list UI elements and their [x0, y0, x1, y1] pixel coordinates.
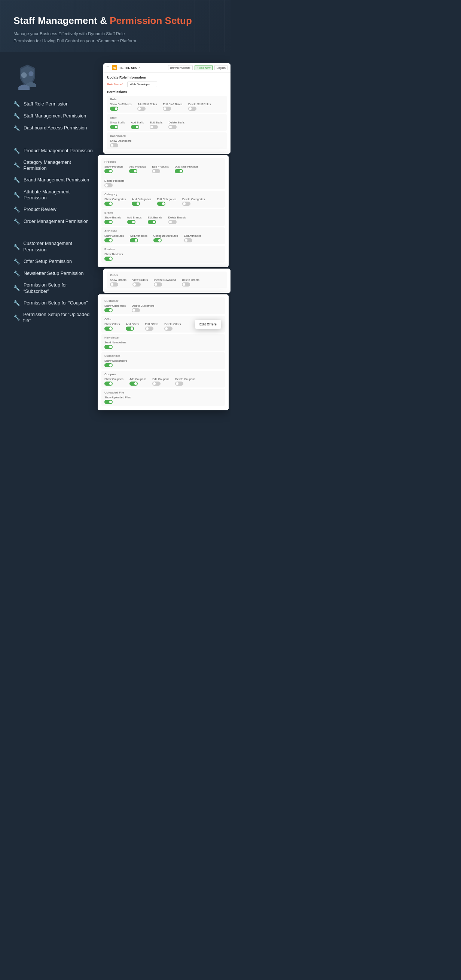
- toggle-add-attributes-switch[interactable]: [130, 238, 138, 242]
- wrench-icon: 🔧: [13, 113, 20, 119]
- toggle-delete-categories-switch[interactable]: [182, 202, 190, 206]
- toggle-show-coupons-switch[interactable]: [104, 382, 113, 386]
- content-area: 🔧 Staff Role Permission 🔧 Staff Manageme…: [0, 52, 231, 426]
- toggle-delete-brands: Delete Brands: [168, 216, 187, 224]
- toggle-edit-offers-switch[interactable]: [145, 326, 153, 331]
- toggle-edit-brands: Edit Brands: [148, 216, 163, 224]
- toggle-invoice-download: Invoice Download: [154, 278, 176, 286]
- toggle-show-reviews-switch[interactable]: [104, 256, 113, 261]
- toggle-delete-coupons: Delete Coupons: [175, 377, 195, 386]
- toggle-delete-coupons-switch[interactable]: [175, 382, 183, 386]
- toggle-edit-brands-switch[interactable]: [148, 220, 156, 224]
- toggle-configure-attributes-switch[interactable]: [153, 238, 162, 242]
- right-column: ☰ 🛍 THE THE SHOP Browse Website + Add Ne…: [99, 52, 231, 426]
- toggle-delete-categories: Delete Categories: [182, 197, 205, 206]
- toggle-show-orders: Show Orders: [110, 278, 126, 286]
- role-name-row: Role Name* Web Developer: [107, 81, 227, 87]
- hero-title: Staff Management & Permission Setup Mana…: [13, 15, 217, 45]
- toggle-edit-coupons-switch[interactable]: [152, 382, 161, 386]
- toggle-view-orders-switch[interactable]: [132, 282, 141, 286]
- customer-section-title: Customer: [104, 299, 222, 302]
- toggle-edit-products-switch[interactable]: [152, 169, 160, 173]
- toggle-edit-staff-roles-switch[interactable]: [163, 107, 171, 111]
- newsletter-toggles: Send Newsletters: [104, 341, 222, 349]
- toggle-add-brands: Add Brands: [127, 216, 142, 224]
- page-wrapper: Staff Management & Permission Setup Mana…: [0, 0, 231, 426]
- toggle-show-offers: Show Offers: [104, 323, 120, 331]
- toggle-edit-staffs-switch[interactable]: [150, 125, 158, 129]
- coupon-section: Coupon Show Coupons Add Coupons: [101, 371, 225, 388]
- toggle-show-staffs-switch[interactable]: [110, 125, 118, 129]
- subscriber-section-title: Subscriber: [104, 354, 222, 358]
- toggle-add-categories: Add Categories: [132, 197, 151, 206]
- toggle-show-subscribers-switch[interactable]: [104, 363, 113, 368]
- screenshot4-body: Customer Show Customers Delete Customers: [98, 294, 229, 410]
- toggle-add-coupons-switch[interactable]: [129, 382, 138, 386]
- toggle-show-customers-switch[interactable]: [104, 308, 113, 312]
- toggle-show-coupons: Show Coupons: [104, 377, 123, 386]
- perm-item-category-mgmt: 🔧 Category Management Permission: [13, 157, 94, 174]
- toggle-show-categories: Show Categories: [104, 197, 126, 206]
- add-new-btn[interactable]: + Add New: [195, 65, 212, 70]
- toggle-show-attributes-switch[interactable]: [104, 238, 113, 242]
- toggle-delete-staffs-switch[interactable]: [168, 125, 177, 129]
- wrench-icon: 🔧: [13, 125, 20, 132]
- toggle-duplicate-products: Duplicate Products: [175, 165, 198, 173]
- toggle-edit-staff-roles: Edit Staff Roles: [163, 102, 182, 111]
- hero-title-white: Staff Management &: [13, 15, 107, 26]
- toggle-show-products-switch[interactable]: [104, 169, 113, 173]
- role-name-value[interactable]: Web Developer: [127, 81, 157, 87]
- left-column: 🔧 Staff Role Permission 🔧 Staff Manageme…: [0, 52, 99, 426]
- toggle-add-staff-roles-switch[interactable]: [137, 107, 145, 111]
- toggle-show-subscribers: Show Subscribers: [104, 359, 127, 368]
- toggle-delete-products-switch[interactable]: [104, 183, 113, 188]
- order-section: Order Show Orders View Orders: [107, 272, 227, 288]
- uploaded-file-section: Uploaded File Show Uploaded Files: [101, 389, 225, 406]
- toggle-invoice-download-switch[interactable]: [154, 282, 162, 286]
- perm-item-brand-mgmt: 🔧 Brand Management Permission: [13, 174, 94, 186]
- toggle-delete-orders: Delete Orders: [182, 278, 199, 286]
- toggle-add-products: Add Products: [129, 165, 146, 173]
- subscriber-toggles: Show Subscribers: [104, 359, 222, 368]
- toggle-delete-orders-switch[interactable]: [182, 282, 190, 286]
- permission-list: 🔧 Staff Role Permission 🔧 Staff Manageme…: [13, 98, 94, 326]
- toggle-show-attributes: Show Attributes: [104, 234, 124, 242]
- screenshot3-body: Order Show Orders View Orders: [103, 269, 231, 293]
- order-toggles: Show Orders View Orders Invoice Download: [110, 278, 224, 286]
- role-section: Role Show Staff Roles Add Staff Roles: [107, 96, 227, 113]
- toggle-show-uploaded-files-switch[interactable]: [104, 400, 113, 404]
- toggle-show-staff-roles-switch[interactable]: [110, 107, 118, 111]
- toggle-add-staffs-switch[interactable]: [131, 125, 139, 129]
- toggle-duplicate-products-switch[interactable]: [175, 169, 183, 173]
- subscriber-section: Subscriber Show Subscribers: [101, 352, 225, 369]
- toggle-edit-categories-switch[interactable]: [157, 202, 165, 206]
- toggle-show-brands-switch[interactable]: [104, 220, 113, 224]
- toggle-delete-staff-roles-switch[interactable]: [188, 107, 196, 111]
- uploaded-file-section-title: Uploaded File: [104, 391, 222, 394]
- customer-toggles: Show Customers Delete Customers: [104, 304, 222, 312]
- toggle-edit-attributes-switch[interactable]: [184, 238, 192, 242]
- hero-area: Staff Management & Permission Setup Mana…: [0, 0, 231, 52]
- toggle-add-brands-switch[interactable]: [127, 220, 136, 224]
- toggle-add-offers-switch[interactable]: [126, 326, 134, 331]
- toggle-show-orders-switch[interactable]: [110, 282, 118, 286]
- category-section: Category Show Categories Add Categories: [101, 191, 225, 208]
- language-badge[interactable]: English: [214, 65, 228, 70]
- toggle-send-newsletters-switch[interactable]: [104, 345, 113, 349]
- toggle-delete-offers-switch[interactable]: [164, 326, 172, 331]
- toggle-delete-brands-switch[interactable]: [168, 220, 177, 224]
- toggle-delete-customers-switch[interactable]: [132, 308, 140, 312]
- wrench-icon: 🔧: [13, 285, 20, 291]
- screenshot-customer-permissions: Customer Show Customers Delete Customers: [98, 294, 229, 410]
- toggle-show-dashboard-switch[interactable]: [110, 143, 118, 147]
- toggle-add-products-switch[interactable]: [129, 169, 137, 173]
- perm-item-attribute-mgmt: 🔧 Attribute Management Permission: [13, 186, 94, 204]
- toggle-show-categories-switch[interactable]: [104, 202, 113, 206]
- browse-website-btn[interactable]: Browse Website: [168, 65, 193, 70]
- toggle-add-categories-switch[interactable]: [132, 202, 140, 206]
- toggle-edit-products: Edit Products: [152, 165, 169, 173]
- role-toggles: Show Staff Roles Add Staff Roles Edit St…: [110, 102, 224, 111]
- toggle-show-offers-switch[interactable]: [104, 326, 113, 331]
- wrench-icon: 🔧: [13, 147, 20, 154]
- brand-section: Brand Show Brands Add Brands E: [101, 209, 225, 226]
